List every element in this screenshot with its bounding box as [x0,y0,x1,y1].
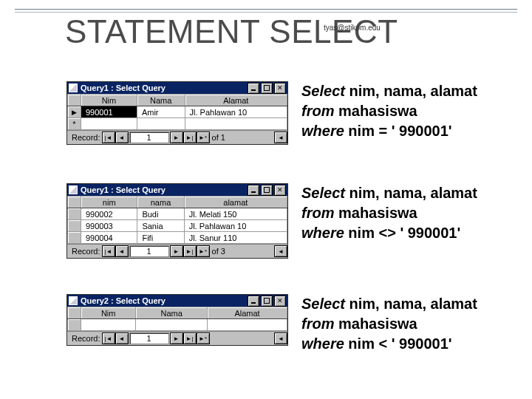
record-of-label: of 1 [210,133,228,142]
record-navigator: Record: |◄ ◄ 1 ► ►| ►* ◄ [67,331,287,345]
query-window-2: Query1 : Select Query ✕ nim nama alamat … [66,183,288,259]
hscroll-left-button[interactable]: ◄ [274,245,287,257]
col-header[interactable]: nama [137,197,184,208]
hscroll-left-button[interactable]: ◄ [274,132,287,143]
rowhead-corner [68,95,81,106]
table-row[interactable]: 990002 Budi Jl. Melati 150 [68,208,287,220]
col-header[interactable]: Nama [136,307,208,319]
cell[interactable]: Sania [137,220,184,232]
kw-where: where [301,123,348,139]
kw-from: from [301,103,338,119]
kw-from: from [301,205,338,221]
example-row-2: Query1 : Select Query ✕ nim nama alamat … [66,183,504,259]
kw-where: where [301,335,348,352]
row-marker [68,319,81,331]
nav-first-button[interactable]: |◄ [102,245,115,257]
table-row[interactable]: 990003 Sania Jl. Pahlawan 10 [68,220,287,232]
cell[interactable] [81,118,137,130]
col-header[interactable]: Nama [137,95,185,106]
sql-block-3: Select nim, nama, alamat from mahasiswa … [301,294,477,354]
nav-next-button[interactable]: ► [170,245,183,257]
minimize-button[interactable] [248,296,259,307]
col-header[interactable]: alamat [184,197,287,208]
cell[interactable] [81,319,136,331]
record-label: Record: [69,334,102,343]
maximize-button[interactable] [261,83,273,94]
row-marker [68,208,81,220]
nav-last-button[interactable]: ►| [183,132,197,143]
data-grid: Nim Nama Alamat [67,307,287,331]
col-header[interactable]: Nim [81,307,136,319]
window-caption: Query1 : Select Query [81,83,246,92]
data-grid: nim nama alamat 990002 Budi Jl. Melati 1… [67,196,287,244]
cell[interactable]: Amir [137,106,185,118]
record-navigator: Record: |◄ ◄ 1 ► ►| ►* of 1 ◄ [67,130,287,144]
kw-select: Select [301,296,349,312]
hscroll-left-button[interactable]: ◄ [274,332,287,344]
col-header[interactable]: Alamat [208,307,287,319]
rowhead-corner [68,197,81,208]
cell[interactable]: Jl. Pahlawan 10 [185,106,287,118]
cell[interactable]: 990002 [81,208,137,220]
nav-prev-button[interactable]: ◄ [115,245,129,257]
query-window-3: Query2 : Select Query ✕ Nim Nama Alamat … [66,294,288,346]
nav-new-button[interactable]: ►* [197,245,210,257]
record-label: Record: [69,247,102,256]
close-button[interactable]: ✕ [274,185,286,196]
record-navigator: Record: |◄ ◄ 1 ► ►| ►* of 3 ◄ [67,244,287,258]
minimize-button[interactable] [248,185,259,196]
window-caption: Query2 : Select Query [81,296,246,305]
sql-cols: nim, nama, alamat [349,296,477,312]
data-grid: Nim Nama Alamat ▶ 990001 Amir Jl. Pahlaw… [67,94,287,130]
window-icon [69,83,78,92]
table-row[interactable] [68,319,287,331]
nav-next-button[interactable]: ► [170,332,183,344]
maximize-button[interactable] [261,296,273,307]
window-caption: Query1 : Select Query [81,185,246,194]
record-of-label: of 3 [210,247,228,256]
sql-block-1: Select nim, nama, alamat from mahasiswa … [301,81,477,141]
nav-new-button[interactable]: ►* [197,132,210,143]
window-icon [69,185,78,194]
titlebar: Query1 : Select Query ✕ [67,82,287,94]
nav-prev-button[interactable]: ◄ [115,132,129,143]
cell[interactable] [137,118,185,130]
nav-next-button[interactable]: ► [170,132,183,143]
cell[interactable]: Budi [137,208,184,220]
sql-cond: nim < ' 990001' [348,335,451,352]
cell[interactable]: Jl. Sanur 110 [184,232,287,244]
nav-prev-button[interactable]: ◄ [115,332,129,344]
cell[interactable] [136,319,208,331]
cell[interactable]: Fifi [137,232,184,244]
close-button[interactable]: ✕ [274,296,286,307]
table-row[interactable]: * [68,118,287,130]
cell[interactable]: 990003 [81,220,137,232]
row-marker [68,232,81,244]
maximize-button[interactable] [261,185,273,196]
table-row[interactable]: 990004 Fifi Jl. Sanur 110 [68,232,287,244]
cell[interactable] [208,319,287,331]
col-header[interactable]: nim [81,197,137,208]
close-button[interactable]: ✕ [274,83,286,94]
titlebar: Query1 : Select Query ✕ [67,184,287,196]
nav-last-button[interactable]: ►| [183,332,197,344]
minimize-button[interactable] [248,83,259,94]
cell[interactable]: 990004 [81,232,137,244]
cell[interactable]: Jl. Melati 150 [184,208,287,220]
nav-new-button[interactable]: ►* [197,332,210,344]
nav-first-button[interactable]: |◄ [102,332,115,344]
record-number-input[interactable]: 1 [129,132,169,143]
record-number-input[interactable]: 1 [129,332,169,344]
cell[interactable]: Jl. Pahlawan 10 [184,220,287,232]
sql-table: mahasiswa [338,316,417,332]
cell[interactable]: 990001 [81,106,137,118]
record-label: Record: [69,133,102,142]
col-header[interactable]: Nim [81,95,137,106]
table-row[interactable]: ▶ 990001 Amir Jl. Pahlawan 10 [68,106,287,118]
col-header[interactable]: Alamat [185,95,287,106]
nav-last-button[interactable]: ►| [183,245,197,257]
record-number-input[interactable]: 1 [129,245,169,257]
nav-first-button[interactable]: |◄ [102,132,115,143]
cell[interactable] [185,118,287,130]
sql-cond: nim <> ' 990001' [348,225,460,241]
